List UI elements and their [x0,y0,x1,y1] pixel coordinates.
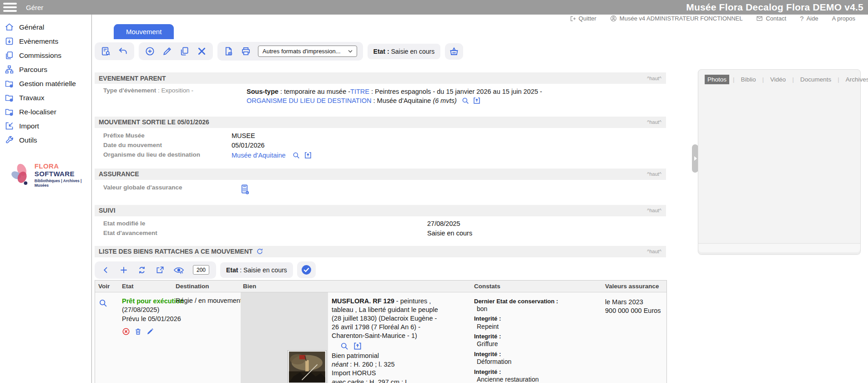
row-valeurs-assurance: le Mars 2023 900 000 000 Euros [602,292,666,383]
valeur-assurance-label: Valeur globale d'assurance [103,184,240,191]
search-icon[interactable] [292,151,300,159]
haut-anchor[interactable]: ^haut^ [647,76,661,81]
result-count-input[interactable] [193,265,209,275]
col-header-voir: Voir [95,281,119,292]
type-evenement-label: Type d'évènement : Exposition - [103,87,247,94]
date-mouvement-label: Date du mouvement [103,142,232,148]
list-search-icon[interactable] [101,46,111,56]
col-header-constats: Constats [471,281,602,292]
print-icon[interactable] [241,46,251,56]
home-icon [5,22,14,32]
table-header-row: Voir Etat Destination Bien Constats Vale… [95,281,666,292]
bien-description: MUSFLORA. RF 129 - peintures , tableau ,… [332,292,445,383]
titre-link[interactable]: TITRE [350,88,369,95]
biens-table: Voir Etat Destination Bien Constats Vale… [95,280,667,383]
etat-modifie-label: Etat modifié le [103,220,427,227]
validate-button[interactable] [297,261,316,278]
aide-link[interactable]: ? Aide [800,15,818,22]
bien-thumbnail[interactable] [288,351,326,383]
top-bar: Gérer Musée Flora Decalog Flora DEMO v4.… [0,0,868,15]
menu-gerer[interactable]: Gérer [26,4,43,11]
evenement-parent-summary: Sous-type : temporaire au musée -TITRE :… [247,87,567,106]
add-item-icon[interactable] [119,266,128,275]
chevron-left-icon[interactable] [101,266,111,275]
folder-globe-icon [5,79,14,88]
organisme-link[interactable]: ORGANISME DU LIEU DE DESTINATION [247,97,371,104]
hamburger-menu-icon[interactable] [3,3,17,12]
app-title: Musée Flora Decalog Flora DEMO v4.5 [686,2,863,13]
section-mouvement-sortie: MOUVEMENT SORTIE LE 05/01/2026 ^haut^ [95,117,666,128]
right-region: Photos | Biblio | Vidéo | Documents | Ar… [666,22,868,383]
row-status: Prêt pour exécution [122,297,171,306]
chevron-down-icon [348,50,353,53]
sidebar-item-commissions[interactable]: Commissions [0,48,91,62]
sidebar-item-gestion-materielle[interactable]: Gestion matérielle [0,77,91,91]
import-icon [5,121,14,131]
etat-status-chip: Etat : Saisie en cours [368,44,441,59]
apropos-link[interactable]: A propos [832,15,855,22]
quitter-link[interactable]: Quitter [570,15,596,22]
check-circle-icon [301,264,312,276]
tab-documents[interactable]: Documents [797,75,834,84]
sidebar-item-relocaliser[interactable]: Re-localiser [0,105,91,119]
search-icon[interactable] [461,97,469,105]
col-header-etat: Etat [119,281,172,292]
view-record-icon[interactable] [98,298,117,308]
basket-icon [449,46,459,57]
search-icon[interactable] [340,342,349,351]
col-header-valeurs: Valeurs assurance [602,281,666,292]
folder-globe-icon [5,107,14,117]
calculator-icon[interactable] [240,184,249,194]
logo-tagline: Bibliothèques | Archives | Musées [35,179,91,188]
open-record-icon[interactable] [353,342,362,351]
haut-anchor[interactable]: ^haut^ [647,119,661,125]
tab-video[interactable]: Vidéo [767,75,788,84]
sidebar-item-outils[interactable]: Outils [0,133,91,147]
media-panel-footer [698,243,860,254]
external-link-icon[interactable] [156,266,165,275]
open-record-icon[interactable] [473,97,481,105]
sidebar-item-parcours[interactable]: Parcours [0,62,91,77]
cancel-circle-icon[interactable] [122,327,130,336]
eye-icon[interactable] [173,266,184,275]
copy-icon[interactable] [179,46,190,56]
haut-anchor[interactable]: ^haut^ [647,171,661,177]
delete-x-icon[interactable] [197,46,207,56]
sidebar-item-general[interactable]: Général [0,20,91,34]
current-user[interactable]: Musée v4 ADMINISTRATEUR FONCTIONNEL [610,15,743,22]
basket-button[interactable] [445,43,463,60]
haut-anchor[interactable]: ^haut^ [647,208,661,213]
section-suivi: SUIVI ^haut^ [95,205,666,216]
section-evenement-parent: EVENEMENT PARENT ^haut^ [95,72,666,84]
edit-pencil-icon[interactable] [162,46,172,56]
contact-link[interactable]: Contact [756,15,786,22]
media-panel: Photos | Biblio | Vidéo | Documents | Ar… [698,69,861,255]
tab-archives[interactable]: Archives [843,75,868,84]
prefixe-musee-value: MUSEE [232,132,661,139]
tab-photos[interactable]: Photos [705,75,729,84]
export-document-icon[interactable] [223,46,234,56]
add-icon[interactable] [145,46,155,56]
sidebar-item-travaux[interactable]: Travaux [0,91,91,105]
refresh-icon[interactable] [256,248,263,255]
list-etat-chip: Etat : Saisie en cours [220,262,293,278]
list-toolbar: Etat : Saisie en cours [95,261,666,279]
event-box-icon [5,36,14,46]
recycle-icon[interactable] [137,265,147,275]
panel-collapse-handle[interactable] [692,144,698,173]
haut-anchor[interactable]: ^haut^ [647,249,661,254]
col-header-destination: Destination [172,281,240,292]
trash-icon[interactable] [134,327,142,336]
tab-mouvement[interactable]: Mouvement [114,24,174,39]
sidebar: Général Evènements Commissions Parcours … [0,15,92,383]
print-format-dropdown[interactable]: Autres formats d'impression... [258,46,357,57]
undo-icon[interactable] [118,46,128,56]
edit-pencil-icon[interactable] [146,327,154,336]
sidebar-item-evenements[interactable]: Evènements [0,34,91,48]
open-record-icon[interactable] [304,151,312,159]
tab-biblio[interactable]: Biblio [738,75,759,84]
sidebar-item-import[interactable]: Import [0,119,91,133]
organisme-destination-link[interactable]: Musée d'Aquitaine [232,152,286,159]
butterfly-logo-icon [10,161,33,189]
bien-photo-zone [241,292,328,383]
